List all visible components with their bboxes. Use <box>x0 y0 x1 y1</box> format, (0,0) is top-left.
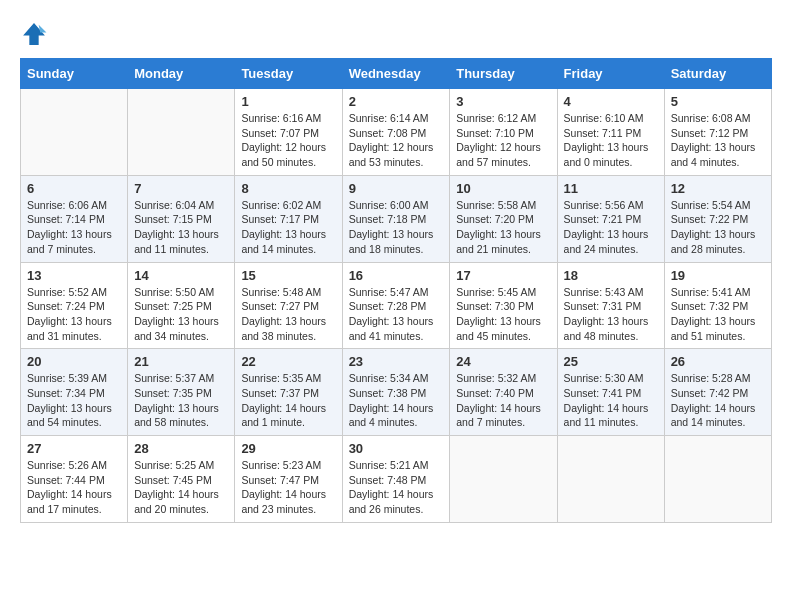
day-info: Sunrise: 5:34 AM Sunset: 7:38 PM Dayligh… <box>349 371 444 430</box>
day-number: 13 <box>27 268 121 283</box>
calendar-day-cell: 5Sunrise: 6:08 AM Sunset: 7:12 PM Daylig… <box>664 89 771 176</box>
calendar-table: SundayMondayTuesdayWednesdayThursdayFrid… <box>20 58 772 523</box>
day-info: Sunrise: 5:26 AM Sunset: 7:44 PM Dayligh… <box>27 458 121 517</box>
day-number: 21 <box>134 354 228 369</box>
calendar-day-cell: 10Sunrise: 5:58 AM Sunset: 7:20 PM Dayli… <box>450 175 557 262</box>
day-number: 25 <box>564 354 658 369</box>
calendar-empty-cell <box>450 436 557 523</box>
calendar-empty-cell <box>557 436 664 523</box>
calendar-day-cell: 19Sunrise: 5:41 AM Sunset: 7:32 PM Dayli… <box>664 262 771 349</box>
calendar-day-cell: 21Sunrise: 5:37 AM Sunset: 7:35 PM Dayli… <box>128 349 235 436</box>
calendar-header-row: SundayMondayTuesdayWednesdayThursdayFrid… <box>21 59 772 89</box>
day-info: Sunrise: 5:21 AM Sunset: 7:48 PM Dayligh… <box>349 458 444 517</box>
day-info: Sunrise: 5:50 AM Sunset: 7:25 PM Dayligh… <box>134 285 228 344</box>
day-info: Sunrise: 5:35 AM Sunset: 7:37 PM Dayligh… <box>241 371 335 430</box>
day-of-week-header: Sunday <box>21 59 128 89</box>
day-info: Sunrise: 5:39 AM Sunset: 7:34 PM Dayligh… <box>27 371 121 430</box>
calendar-week-row: 27Sunrise: 5:26 AM Sunset: 7:44 PM Dayli… <box>21 436 772 523</box>
calendar-day-cell: 22Sunrise: 5:35 AM Sunset: 7:37 PM Dayli… <box>235 349 342 436</box>
day-info: Sunrise: 5:28 AM Sunset: 7:42 PM Dayligh… <box>671 371 765 430</box>
day-number: 19 <box>671 268 765 283</box>
day-number: 1 <box>241 94 335 109</box>
day-info: Sunrise: 5:54 AM Sunset: 7:22 PM Dayligh… <box>671 198 765 257</box>
day-number: 10 <box>456 181 550 196</box>
day-info: Sunrise: 5:30 AM Sunset: 7:41 PM Dayligh… <box>564 371 658 430</box>
calendar-day-cell: 16Sunrise: 5:47 AM Sunset: 7:28 PM Dayli… <box>342 262 450 349</box>
day-info: Sunrise: 5:58 AM Sunset: 7:20 PM Dayligh… <box>456 198 550 257</box>
day-number: 22 <box>241 354 335 369</box>
calendar-empty-cell <box>664 436 771 523</box>
day-number: 20 <box>27 354 121 369</box>
calendar-empty-cell <box>128 89 235 176</box>
calendar-day-cell: 1Sunrise: 6:16 AM Sunset: 7:07 PM Daylig… <box>235 89 342 176</box>
day-of-week-header: Saturday <box>664 59 771 89</box>
day-number: 17 <box>456 268 550 283</box>
day-info: Sunrise: 6:00 AM Sunset: 7:18 PM Dayligh… <box>349 198 444 257</box>
calendar-week-row: 20Sunrise: 5:39 AM Sunset: 7:34 PM Dayli… <box>21 349 772 436</box>
day-info: Sunrise: 6:12 AM Sunset: 7:10 PM Dayligh… <box>456 111 550 170</box>
day-info: Sunrise: 6:10 AM Sunset: 7:11 PM Dayligh… <box>564 111 658 170</box>
day-number: 26 <box>671 354 765 369</box>
day-number: 27 <box>27 441 121 456</box>
calendar-day-cell: 8Sunrise: 6:02 AM Sunset: 7:17 PM Daylig… <box>235 175 342 262</box>
calendar-day-cell: 15Sunrise: 5:48 AM Sunset: 7:27 PM Dayli… <box>235 262 342 349</box>
day-info: Sunrise: 5:43 AM Sunset: 7:31 PM Dayligh… <box>564 285 658 344</box>
calendar-day-cell: 17Sunrise: 5:45 AM Sunset: 7:30 PM Dayli… <box>450 262 557 349</box>
calendar-week-row: 1Sunrise: 6:16 AM Sunset: 7:07 PM Daylig… <box>21 89 772 176</box>
calendar-day-cell: 6Sunrise: 6:06 AM Sunset: 7:14 PM Daylig… <box>21 175 128 262</box>
calendar-day-cell: 11Sunrise: 5:56 AM Sunset: 7:21 PM Dayli… <box>557 175 664 262</box>
calendar-day-cell: 4Sunrise: 6:10 AM Sunset: 7:11 PM Daylig… <box>557 89 664 176</box>
svg-marker-0 <box>23 23 45 45</box>
day-info: Sunrise: 5:37 AM Sunset: 7:35 PM Dayligh… <box>134 371 228 430</box>
day-number: 5 <box>671 94 765 109</box>
calendar-day-cell: 25Sunrise: 5:30 AM Sunset: 7:41 PM Dayli… <box>557 349 664 436</box>
calendar-day-cell: 20Sunrise: 5:39 AM Sunset: 7:34 PM Dayli… <box>21 349 128 436</box>
calendar-day-cell: 7Sunrise: 6:04 AM Sunset: 7:15 PM Daylig… <box>128 175 235 262</box>
day-of-week-header: Friday <box>557 59 664 89</box>
calendar-day-cell: 27Sunrise: 5:26 AM Sunset: 7:44 PM Dayli… <box>21 436 128 523</box>
day-of-week-header: Wednesday <box>342 59 450 89</box>
calendar-day-cell: 2Sunrise: 6:14 AM Sunset: 7:08 PM Daylig… <box>342 89 450 176</box>
calendar-day-cell: 13Sunrise: 5:52 AM Sunset: 7:24 PM Dayli… <box>21 262 128 349</box>
day-info: Sunrise: 5:52 AM Sunset: 7:24 PM Dayligh… <box>27 285 121 344</box>
day-number: 28 <box>134 441 228 456</box>
calendar-day-cell: 3Sunrise: 6:12 AM Sunset: 7:10 PM Daylig… <box>450 89 557 176</box>
day-number: 23 <box>349 354 444 369</box>
day-number: 9 <box>349 181 444 196</box>
day-number: 18 <box>564 268 658 283</box>
day-info: Sunrise: 6:08 AM Sunset: 7:12 PM Dayligh… <box>671 111 765 170</box>
calendar-day-cell: 26Sunrise: 5:28 AM Sunset: 7:42 PM Dayli… <box>664 349 771 436</box>
calendar-day-cell: 12Sunrise: 5:54 AM Sunset: 7:22 PM Dayli… <box>664 175 771 262</box>
day-info: Sunrise: 6:16 AM Sunset: 7:07 PM Dayligh… <box>241 111 335 170</box>
calendar-day-cell: 30Sunrise: 5:21 AM Sunset: 7:48 PM Dayli… <box>342 436 450 523</box>
day-number: 3 <box>456 94 550 109</box>
day-info: Sunrise: 5:25 AM Sunset: 7:45 PM Dayligh… <box>134 458 228 517</box>
calendar-day-cell: 24Sunrise: 5:32 AM Sunset: 7:40 PM Dayli… <box>450 349 557 436</box>
calendar-day-cell: 28Sunrise: 5:25 AM Sunset: 7:45 PM Dayli… <box>128 436 235 523</box>
calendar-week-row: 13Sunrise: 5:52 AM Sunset: 7:24 PM Dayli… <box>21 262 772 349</box>
day-number: 2 <box>349 94 444 109</box>
calendar-day-cell: 18Sunrise: 5:43 AM Sunset: 7:31 PM Dayli… <box>557 262 664 349</box>
day-number: 30 <box>349 441 444 456</box>
day-number: 14 <box>134 268 228 283</box>
day-number: 6 <box>27 181 121 196</box>
page-header <box>20 20 772 48</box>
day-info: Sunrise: 5:32 AM Sunset: 7:40 PM Dayligh… <box>456 371 550 430</box>
calendar-empty-cell <box>21 89 128 176</box>
day-number: 15 <box>241 268 335 283</box>
day-number: 11 <box>564 181 658 196</box>
logo <box>20 20 52 48</box>
day-number: 8 <box>241 181 335 196</box>
calendar-day-cell: 14Sunrise: 5:50 AM Sunset: 7:25 PM Dayli… <box>128 262 235 349</box>
day-info: Sunrise: 5:41 AM Sunset: 7:32 PM Dayligh… <box>671 285 765 344</box>
day-of-week-header: Thursday <box>450 59 557 89</box>
calendar-day-cell: 29Sunrise: 5:23 AM Sunset: 7:47 PM Dayli… <box>235 436 342 523</box>
day-number: 12 <box>671 181 765 196</box>
day-info: Sunrise: 6:02 AM Sunset: 7:17 PM Dayligh… <box>241 198 335 257</box>
day-info: Sunrise: 6:04 AM Sunset: 7:15 PM Dayligh… <box>134 198 228 257</box>
day-of-week-header: Monday <box>128 59 235 89</box>
day-info: Sunrise: 6:14 AM Sunset: 7:08 PM Dayligh… <box>349 111 444 170</box>
day-info: Sunrise: 5:48 AM Sunset: 7:27 PM Dayligh… <box>241 285 335 344</box>
day-info: Sunrise: 5:45 AM Sunset: 7:30 PM Dayligh… <box>456 285 550 344</box>
calendar-day-cell: 23Sunrise: 5:34 AM Sunset: 7:38 PM Dayli… <box>342 349 450 436</box>
